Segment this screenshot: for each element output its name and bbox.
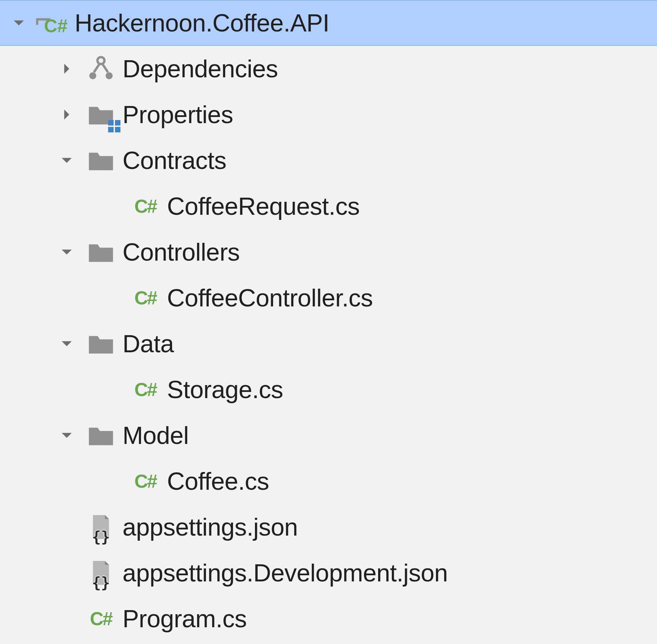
folder-icon (82, 327, 120, 361)
tree-row-dependencies[interactable]: Dependencies (0, 46, 657, 92)
chevron-right-icon[interactable] (51, 99, 82, 130)
tree-row-folder-model[interactable]: Model (0, 412, 657, 458)
tree-item-label: Data (123, 330, 174, 358)
tree-item-label: Program.cs (123, 605, 247, 633)
tree-item-label: Hackernoon.Coffee.API (75, 9, 330, 37)
tree-row-file-coffeecontroller[interactable]: C# CoffeeController.cs (0, 275, 657, 321)
tree-row-file-appsettings[interactable]: {} appsettings.json (0, 504, 657, 550)
tree-item-label: Model (123, 421, 189, 449)
tree-item-label: Controllers (123, 238, 240, 266)
tree-item-label: appsettings.Development.json (123, 559, 448, 587)
tree-item-label: CoffeeRequest.cs (167, 192, 360, 220)
tree-item-label: CoffeeController.cs (167, 284, 373, 312)
tree-item-label: Dependencies (123, 55, 278, 83)
svg-line-3 (94, 64, 100, 73)
csharp-file-icon: C# (127, 189, 164, 223)
csharp-file-icon: C# (82, 602, 120, 636)
chevron-down-icon[interactable] (3, 8, 34, 38)
csharp-file-icon: C# (127, 464, 164, 498)
csharp-project-icon: ⌐ C# (34, 6, 72, 40)
tree-item-label: Properties (123, 101, 233, 129)
chevron-right-icon[interactable] (51, 53, 82, 84)
tree-item-label: Coffee.cs (167, 467, 269, 495)
csharp-file-icon: C# (127, 372, 164, 407)
tree-row-properties[interactable]: Properties (0, 92, 657, 137)
folder-icon (82, 143, 120, 178)
tree-row-file-appsettings-dev[interactable]: {} appsettings.Development.json (0, 550, 657, 596)
chevron-down-icon[interactable] (51, 328, 82, 359)
csharp-file-icon: C# (127, 281, 164, 315)
folder-icon (82, 418, 120, 452)
tree-row-file-storage[interactable]: C# Storage.cs (0, 367, 657, 412)
tree-row-file-coffee[interactable]: C# Coffee.cs (0, 458, 657, 504)
svg-point-2 (106, 72, 113, 79)
tree-row-folder-data[interactable]: Data (0, 321, 657, 367)
svg-point-0 (98, 57, 105, 64)
chevron-down-icon[interactable] (51, 237, 82, 267)
tree-item-label: Contracts (123, 146, 227, 174)
json-config-icon: {} (82, 556, 120, 590)
chevron-down-icon[interactable] (51, 420, 82, 451)
properties-folder-icon (82, 97, 120, 132)
json-config-icon: {} (82, 510, 120, 544)
tree-row-file-cofferequest[interactable]: C# CoffeeRequest.cs (0, 183, 657, 229)
tree-row-project-root[interactable]: ⌐ C# Hackernoon.Coffee.API (0, 0, 657, 46)
dependencies-icon (82, 52, 120, 86)
folder-icon (82, 235, 120, 269)
chevron-down-icon[interactable] (51, 145, 82, 176)
project-tree: ⌐ C# Hackernoon.Coffee.API Dependencies (0, 0, 657, 642)
tree-row-file-program[interactable]: C# Program.cs (0, 596, 657, 642)
tree-row-folder-contracts[interactable]: Contracts (0, 137, 657, 183)
tree-row-folder-controllers[interactable]: Controllers (0, 229, 657, 275)
svg-point-1 (89, 72, 96, 79)
tree-item-label: appsettings.json (123, 513, 298, 541)
svg-line-4 (102, 64, 108, 73)
tree-item-label: Storage.cs (167, 376, 283, 404)
